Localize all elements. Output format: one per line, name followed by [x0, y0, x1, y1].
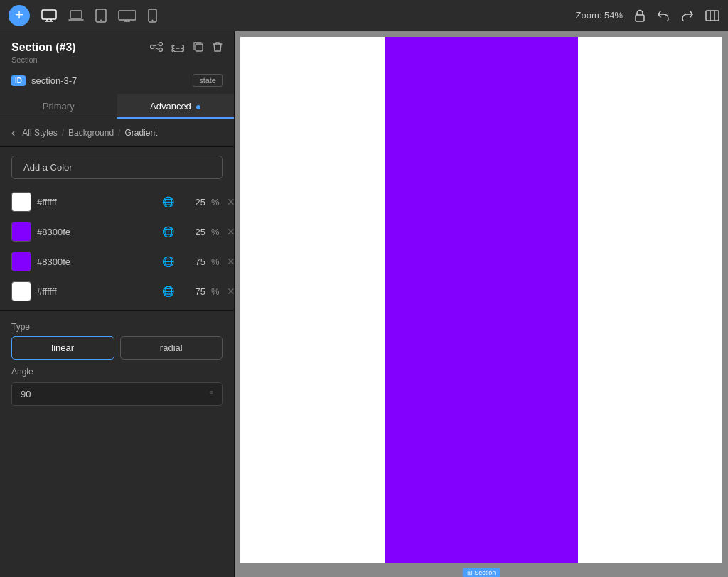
- breadcrumb-background[interactable]: Background: [68, 128, 114, 138]
- color-swatch-2[interactable]: [11, 222, 31, 242]
- canvas-white-left: [240, 37, 385, 563]
- connect-icon[interactable]: [150, 42, 163, 55]
- add-icon: +: [15, 7, 23, 23]
- lock-icon[interactable]: [634, 9, 646, 22]
- color-stop-row-1: 🌐 % ✕: [0, 188, 234, 216]
- left-panel: Section (#3): [0, 31, 235, 577]
- panel-tabs: Primary Advanced: [0, 94, 234, 119]
- color-swatch-1[interactable]: [11, 192, 31, 212]
- svg-rect-13: [636, 15, 644, 21]
- percent-sign-1: %: [211, 197, 220, 207]
- id-row: ID state: [0, 70, 234, 94]
- add-button[interactable]: +: [9, 5, 30, 26]
- id-badge: ID: [11, 75, 26, 86]
- color-swatch-4[interactable]: [11, 281, 31, 301]
- tab-advanced[interactable]: Advanced: [117, 94, 235, 119]
- angle-input[interactable]: [21, 389, 210, 399]
- breadcrumb-back-button[interactable]: ‹: [11, 126, 15, 139]
- duplicate-icon[interactable]: [193, 41, 204, 55]
- color-hex-input-3[interactable]: [37, 257, 156, 267]
- zoom-value: 54%: [604, 10, 623, 21]
- type-radial-button[interactable]: radial: [120, 336, 223, 360]
- color-hex-input-1[interactable]: [37, 197, 156, 207]
- canvas-inner: [240, 37, 722, 563]
- panel-title: Section (#3): [11, 41, 76, 54]
- canvas-area[interactable]: ⊞ Section: [235, 31, 728, 577]
- type-linear-button[interactable]: linear: [11, 336, 114, 360]
- top-toolbar: +: [0, 0, 728, 31]
- percent-sign-4: %: [211, 286, 220, 297]
- breadcrumb-all-styles[interactable]: All Styles: [22, 128, 57, 138]
- section-tag: ⊞ Section: [463, 568, 500, 577]
- breadcrumb: ‹ All Styles / Background / Gradient: [0, 119, 234, 147]
- remove-btn-3[interactable]: ✕: [227, 256, 235, 267]
- percent-input-3[interactable]: [180, 257, 205, 267]
- advanced-dot-indicator: [196, 105, 200, 109]
- angle-input-wrap: °: [11, 382, 223, 406]
- globe-icon-1[interactable]: 🌐: [162, 196, 174, 207]
- wide-monitor-icon[interactable]: [118, 9, 136, 22]
- toolbar-right: Zoom: 54%: [576, 9, 720, 22]
- type-buttons: linear radial: [0, 336, 234, 360]
- canvas-purple-center: [385, 37, 577, 563]
- mobile-icon[interactable]: [148, 9, 157, 23]
- percent-input-1[interactable]: [180, 197, 205, 207]
- tablet-icon[interactable]: [95, 9, 107, 23]
- delete-icon[interactable]: [213, 41, 223, 55]
- percent-sign-3: %: [211, 257, 220, 267]
- svg-rect-4: [70, 11, 82, 18]
- color-stop-row-4: 🌐 % ✕: [0, 277, 234, 306]
- degree-sign: °: [210, 389, 213, 399]
- svg-rect-7: [119, 11, 136, 20]
- color-stop-row-3: 🌐 % ✕: [0, 247, 234, 276]
- laptop-icon[interactable]: [68, 9, 84, 22]
- tab-primary[interactable]: Primary: [0, 94, 117, 119]
- breadcrumb-gradient[interactable]: Gradient: [124, 128, 157, 138]
- svg-rect-14: [706, 11, 719, 21]
- canvas-white-right: [578, 37, 722, 563]
- pages-icon[interactable]: [705, 10, 719, 21]
- add-color-button[interactable]: Add a Color: [11, 156, 223, 179]
- separator-1: [0, 310, 234, 311]
- svg-point-18: [159, 43, 163, 46]
- globe-icon-4[interactable]: 🌐: [162, 286, 174, 297]
- link-icon[interactable]: [171, 42, 184, 55]
- remove-btn-1[interactable]: ✕: [227, 196, 235, 207]
- state-button[interactable]: state: [193, 74, 223, 87]
- percent-sign-2: %: [211, 227, 220, 237]
- color-swatch-3[interactable]: [11, 252, 31, 271]
- svg-point-12: [152, 19, 154, 21]
- zoom-label: Zoom: 54%: [576, 10, 623, 21]
- angle-section: Angle °: [0, 360, 234, 413]
- color-hex-input-2[interactable]: [37, 227, 156, 237]
- remove-btn-4[interactable]: ✕: [227, 286, 235, 297]
- type-label: Type: [0, 313, 234, 336]
- device-icons: [41, 9, 576, 23]
- panel-header: Section (#3): [0, 31, 234, 70]
- angle-label: Angle: [11, 367, 223, 379]
- percent-input-4[interactable]: [180, 286, 205, 297]
- svg-rect-22: [196, 44, 203, 51]
- color-stop-row-2: 🌐 % ✕: [0, 217, 234, 246]
- undo-icon[interactable]: [657, 10, 670, 21]
- id-input[interactable]: [31, 75, 187, 86]
- color-hex-input-4[interactable]: [37, 286, 156, 297]
- percent-input-2[interactable]: [180, 227, 205, 237]
- svg-rect-0: [42, 10, 56, 19]
- remove-btn-2[interactable]: ✕: [227, 226, 235, 237]
- globe-icon-3[interactable]: 🌐: [162, 256, 174, 267]
- svg-line-20: [154, 45, 159, 47]
- svg-point-6: [100, 19, 102, 21]
- svg-point-17: [151, 45, 154, 49]
- svg-point-19: [159, 48, 163, 52]
- main-area: Section (#3): [0, 31, 728, 577]
- desktop-icon[interactable]: [41, 9, 57, 22]
- globe-icon-2[interactable]: 🌐: [162, 226, 174, 237]
- panel-subtitle: Section: [11, 55, 223, 64]
- svg-line-21: [154, 48, 159, 50]
- redo-icon[interactable]: [681, 10, 694, 21]
